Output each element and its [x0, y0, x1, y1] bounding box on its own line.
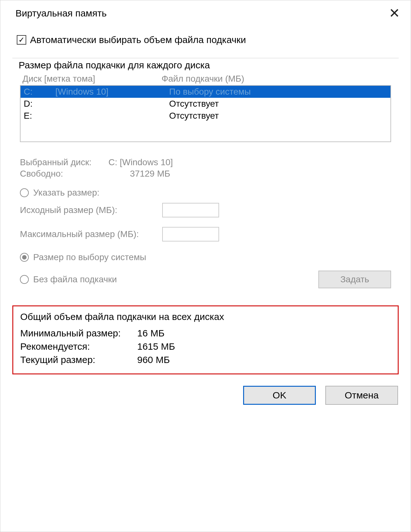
totals-legend: Общий объем файла подкачки на всех диска… — [20, 311, 391, 322]
dialog-content: ✓ Автоматически выбирать объем файла под… — [0, 28, 411, 412]
disk-row-d[interactable]: D: Отсутствует — [21, 98, 390, 110]
disk-pagefile: По выбору системы — [169, 87, 387, 97]
max-size-label: Максимальный размер (МБ): — [20, 229, 162, 239]
radio-icon — [20, 275, 29, 284]
initial-size-label: Исходный размер (МБ): — [20, 205, 162, 215]
selected-disk-row: Выбранный диск: C: [Windows 10] — [20, 157, 391, 167]
disk-list[interactable]: C: [Windows 10] По выбору системы D: Отс… — [20, 85, 391, 142]
disk-row-c[interactable]: C: [Windows 10] По выбору системы — [21, 86, 390, 98]
disk-letter: D: — [24, 99, 55, 109]
radio-icon — [20, 188, 29, 197]
min-size-label: Минимальный размер: — [20, 328, 137, 339]
selected-disk-value: C: [Windows 10] — [108, 157, 391, 167]
min-size-value: 16 МБ — [137, 328, 164, 339]
dialog-title: Виртуальная память — [15, 8, 107, 19]
header-drive: Диск [метка тома] — [22, 74, 162, 84]
min-size-row: Минимальный размер: 16 МБ — [20, 327, 391, 340]
disk-letter: C: — [24, 87, 55, 97]
titlebar: Виртуальная память ✕ — [0, 0, 411, 28]
radio-custom-size[interactable]: Указать размер: — [20, 188, 391, 198]
selected-disk-label: Выбранный диск: — [20, 157, 108, 167]
disk-letter: E: — [24, 111, 55, 121]
current-size-label: Текущий размер: — [20, 354, 137, 365]
per-drive-group: Размер файла подкачки для каждого диска … — [12, 52, 399, 296]
recommended-row: Рекомендуется: 1615 МБ — [20, 340, 391, 353]
disk-row-e[interactable]: E: Отсутствует — [21, 110, 390, 122]
free-space-value: 37129 МБ — [108, 169, 391, 179]
recommended-label: Рекомендуется: — [20, 341, 137, 352]
set-button[interactable]: Задать — [318, 271, 391, 288]
auto-manage-row[interactable]: ✓ Автоматически выбирать объем файла под… — [17, 34, 399, 45]
radio-system-label: Размер по выбору системы — [33, 252, 146, 262]
max-size-row: Максимальный размер (МБ): — [20, 227, 391, 241]
radio-none-label: Без файла подкачки — [33, 274, 117, 285]
virtual-memory-dialog: Виртуальная память ✕ ✓ Автоматически выб… — [0, 0, 411, 532]
initial-size-row: Исходный размер (МБ): — [20, 203, 391, 217]
recommended-value: 1615 МБ — [137, 341, 175, 352]
per-drive-legend: Размер файла подкачки для каждого диска — [19, 60, 212, 71]
disk-list-header: Диск [метка тома] Файл подкачки (МБ) — [20, 73, 391, 84]
ok-button[interactable]: OK — [243, 386, 316, 405]
current-size-value: 960 МБ — [137, 354, 170, 365]
max-size-input[interactable] — [162, 227, 219, 241]
free-space-label: Свободно: — [20, 169, 108, 179]
auto-manage-checkbox[interactable]: ✓ — [17, 35, 26, 45]
disk-pagefile: Отсутствует — [169, 99, 387, 109]
initial-size-input[interactable] — [162, 203, 219, 217]
cancel-button[interactable]: Отмена — [325, 386, 398, 405]
free-space-row: Свободно: 37129 МБ — [20, 169, 391, 179]
auto-manage-label: Автоматически выбирать объем файла подка… — [30, 34, 246, 45]
totals-group: Общий объем файла подкачки на всех диска… — [12, 305, 399, 374]
radio-icon — [20, 253, 29, 262]
radio-no-pagefile[interactable]: Без файла подкачки — [20, 274, 117, 285]
radio-system-managed[interactable]: Размер по выбору системы — [20, 252, 391, 262]
current-size-row: Текущий размер: 960 МБ — [20, 353, 391, 366]
disk-pagefile: Отсутствует — [169, 111, 387, 121]
dialog-buttons: OK Отмена — [12, 386, 399, 405]
header-pagefile: Файл подкачки (МБ) — [162, 74, 389, 84]
radio-custom-label: Указать размер: — [33, 188, 99, 198]
close-icon[interactable]: ✕ — [387, 7, 402, 20]
disk-volume-label: [Windows 10] — [55, 87, 169, 97]
